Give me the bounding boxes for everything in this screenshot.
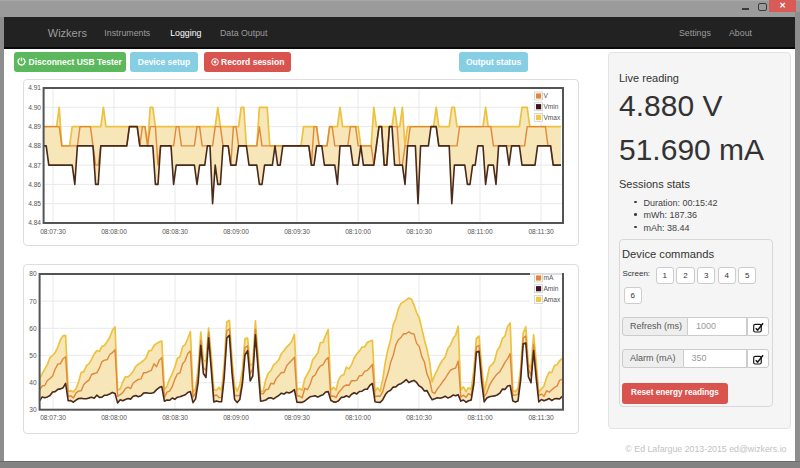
svg-text:4.89: 4.89 [28, 123, 41, 130]
svg-text:30: 30 [29, 406, 37, 413]
svg-text:08:10:00: 08:10:00 [345, 228, 371, 235]
svg-text:08:11:00: 08:11:00 [467, 414, 493, 421]
svg-text:08:08:30: 08:08:30 [162, 414, 188, 421]
svg-text:08:09:30: 08:09:30 [284, 414, 310, 421]
svg-text:60: 60 [29, 325, 37, 332]
svg-text:80: 80 [29, 270, 37, 277]
svg-text:mA: mA [543, 274, 553, 281]
svg-text:08:11:00: 08:11:00 [467, 228, 493, 235]
svg-text:08:08:30: 08:08:30 [162, 228, 188, 235]
svg-text:08:07:30: 08:07:30 [40, 414, 66, 421]
svg-text:Amin: Amin [543, 285, 558, 292]
svg-text:4.91: 4.91 [28, 84, 41, 91]
svg-text:08:09:30: 08:09:30 [284, 228, 310, 235]
svg-text:08:08:00: 08:08:00 [101, 228, 127, 235]
svg-text:08:09:00: 08:09:00 [223, 228, 249, 235]
svg-text:4.85: 4.85 [28, 200, 41, 207]
svg-text:08:07:30: 08:07:30 [40, 228, 66, 235]
svg-text:40: 40 [29, 379, 37, 386]
svg-text:70: 70 [29, 298, 37, 305]
svg-text:50: 50 [29, 352, 37, 359]
svg-text:08:09:00: 08:09:00 [223, 414, 249, 421]
svg-text:4.87: 4.87 [28, 162, 41, 169]
svg-text:08:08:00: 08:08:00 [101, 414, 127, 421]
svg-text:4.84: 4.84 [28, 219, 41, 226]
svg-text:08:10:30: 08:10:30 [406, 228, 432, 235]
svg-text:08:10:00: 08:10:00 [345, 414, 371, 421]
svg-text:Vmin: Vmin [543, 103, 558, 110]
svg-text:08:10:30: 08:10:30 [406, 414, 432, 421]
svg-text:08:11:30: 08:11:30 [528, 228, 554, 235]
svg-text:4.88: 4.88 [28, 142, 41, 149]
svg-text:4.90: 4.90 [28, 104, 41, 111]
svg-text:V: V [543, 92, 548, 99]
svg-text:Amax: Amax [543, 296, 561, 303]
svg-text:08:11:30: 08:11:30 [528, 414, 554, 421]
svg-text:Vmax: Vmax [543, 114, 561, 121]
svg-text:4.86: 4.86 [28, 181, 41, 188]
